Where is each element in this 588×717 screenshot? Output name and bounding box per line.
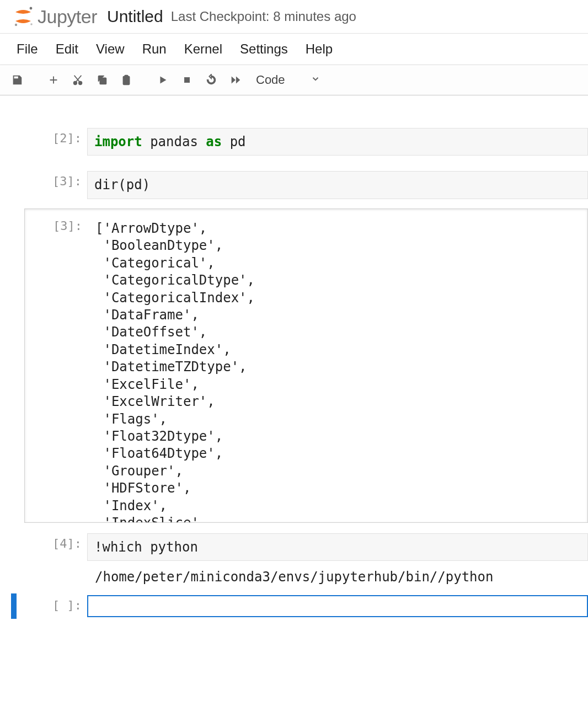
input-prompt: [4]: — [52, 537, 82, 550]
code-cell[interactable]: [2]: import pandas as pd — [0, 126, 588, 157]
run-button[interactable] — [152, 69, 173, 90]
svg-point-4 — [79, 82, 82, 85]
svg-point-2 — [30, 23, 33, 25]
menu-kernel[interactable]: Kernel — [175, 38, 231, 60]
code-editor[interactable] — [87, 595, 588, 617]
copy-button[interactable] — [92, 69, 113, 90]
svg-rect-8 — [184, 77, 189, 82]
menu-settings[interactable]: Settings — [231, 38, 297, 60]
output-text: /home/peter/miniconda3/envs/jupyterhub/b… — [87, 564, 588, 588]
input-prompt: [ ]: — [52, 598, 82, 612]
code-cell[interactable]: [3]: dir(pd) — [0, 169, 588, 200]
menu-help[interactable]: Help — [297, 38, 341, 60]
code-cell-active[interactable]: [ ]: — [0, 593, 588, 619]
notebook-area: [2]: import pandas as pd [3]: dir(pd) [3… — [0, 95, 588, 630]
chevron-down-icon — [311, 73, 320, 87]
code-editor[interactable]: import pandas as pd — [87, 128, 588, 156]
svg-rect-7 — [125, 76, 128, 78]
cut-button[interactable] — [67, 69, 88, 90]
interrupt-button[interactable] — [177, 69, 197, 90]
output-scrolled[interactable]: [3]: ['ArrowDtype', 'BooleanDtype', 'Cat… — [24, 208, 588, 523]
menu-file[interactable]: File — [8, 38, 47, 60]
jupyter-logo[interactable]: Jupyter — [12, 6, 97, 28]
menu-edit[interactable]: Edit — [47, 38, 87, 60]
menu-bar: File Edit View Run Kernel Settings Help — [0, 34, 588, 65]
input-prompt: [2]: — [52, 131, 82, 145]
paste-button[interactable] — [116, 69, 137, 90]
cell-type-label: Code — [256, 73, 285, 87]
code-cell[interactable]: [4]: !which python — [0, 532, 588, 563]
output-prompt: [3]: — [53, 219, 82, 233]
svg-point-0 — [30, 7, 33, 10]
output-cell: /home/peter/miniconda3/envs/jupyterhub/b… — [0, 563, 588, 590]
toolbar: Code — [0, 65, 588, 95]
save-button[interactable] — [7, 69, 28, 90]
restart-button[interactable] — [201, 69, 222, 90]
active-cell-indicator — [11, 593, 17, 619]
jupyter-logo-icon — [12, 6, 34, 28]
jupyter-logo-text: Jupyter — [38, 6, 97, 28]
menu-view[interactable]: View — [87, 38, 133, 60]
restart-run-all-button[interactable] — [225, 69, 246, 90]
cell-type-select[interactable]: Code — [252, 71, 325, 89]
svg-point-1 — [15, 24, 17, 26]
insert-cell-button[interactable] — [43, 69, 64, 90]
checkpoint-text: Last Checkpoint: 8 minutes ago — [171, 9, 356, 24]
notebook-title[interactable]: Untitled — [107, 7, 163, 26]
code-editor[interactable]: !which python — [87, 533, 588, 561]
code-editor[interactable]: dir(pd) — [87, 171, 588, 199]
svg-point-3 — [74, 82, 77, 85]
input-prompt: [3]: — [52, 174, 82, 188]
menu-run[interactable]: Run — [133, 38, 175, 60]
app-header: Jupyter Untitled Last Checkpoint: 8 minu… — [0, 0, 588, 34]
output-text: ['ArrowDtype', 'BooleanDtype', 'Categori… — [88, 216, 587, 523]
